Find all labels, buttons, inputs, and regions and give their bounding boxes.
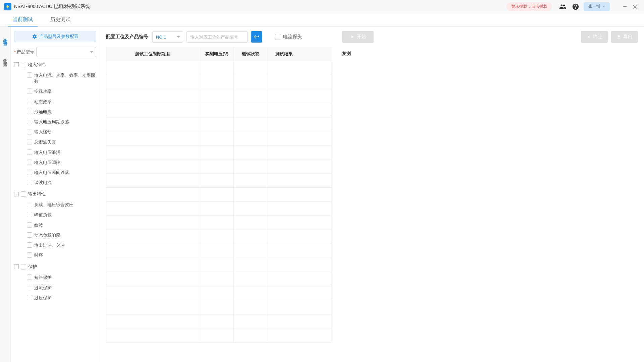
- close-button[interactable]: [630, 0, 640, 13]
- current-probe-checkbox[interactable]: [275, 34, 281, 40]
- station-value: NO.1: [156, 35, 166, 40]
- start-button[interactable]: 开始: [342, 31, 374, 43]
- rail-test-instrument[interactable]: 测试仪器: [2, 52, 8, 64]
- item-label: 负载、电压综合效应: [34, 202, 73, 208]
- minimize-button[interactable]: [620, 0, 630, 13]
- item-checkbox[interactable]: [27, 285, 32, 290]
- tab-history-test[interactable]: 历史测试: [46, 13, 75, 26]
- th-retest: 复测: [331, 47, 362, 60]
- table-row: [106, 145, 331, 159]
- category-label: 保护: [28, 264, 37, 270]
- item-label: 峰值负载: [34, 212, 52, 218]
- table-row: [106, 230, 331, 244]
- th-voltage: 实测电压(V): [200, 47, 234, 61]
- item-checkbox[interactable]: [27, 109, 32, 114]
- download-icon: [616, 35, 621, 39]
- table-row: [106, 216, 331, 230]
- table-row: [106, 173, 331, 187]
- item-label: 短路保护: [34, 275, 52, 281]
- station-select[interactable]: NO.1: [152, 31, 183, 43]
- user-name: 张一博: [588, 4, 600, 9]
- item-checkbox[interactable]: [27, 72, 32, 78]
- item-label: 过压保护: [34, 295, 52, 301]
- tree-collapse-toggle[interactable]: −: [14, 264, 19, 269]
- item-label: 过流保护: [34, 285, 52, 291]
- config-button[interactable]: 产品型号及参数配置: [14, 31, 96, 42]
- tree-collapse-toggle[interactable]: −: [14, 192, 19, 196]
- item-checkbox[interactable]: [27, 88, 32, 94]
- item-label: 动态负载响应: [34, 232, 60, 238]
- item-label: 浪涌电流: [34, 109, 52, 115]
- item-checkbox[interactable]: [27, 202, 32, 207]
- item-checkbox[interactable]: [27, 149, 32, 155]
- th-station-item: 测试工位/测试项目: [106, 47, 200, 61]
- table-row: [106, 300, 331, 314]
- item-label: 空载功率: [34, 88, 52, 95]
- item-checkbox[interactable]: [27, 212, 32, 217]
- table-row: [106, 187, 331, 201]
- product-number-input[interactable]: [186, 31, 248, 43]
- product-model-select[interactable]: [36, 47, 96, 57]
- item-label: 输出过冲、欠冲: [34, 242, 65, 248]
- chevron-down-icon: [602, 6, 605, 7]
- enter-button[interactable]: [251, 31, 262, 43]
- table-row: [106, 328, 331, 342]
- app-title: NSAT-8000 ACDC电源模块测试系统: [14, 4, 506, 10]
- table-row: [106, 159, 331, 173]
- item-checkbox[interactable]: [27, 170, 32, 175]
- rail-test-project[interactable]: 测试项目: [2, 32, 8, 44]
- item-checkbox[interactable]: [27, 139, 32, 144]
- table-row: [106, 61, 331, 75]
- chevron-down-icon: [177, 36, 180, 38]
- th-status: 测试状态: [234, 47, 267, 61]
- item-label: 动态效率: [34, 99, 52, 105]
- item-checkbox[interactable]: [27, 242, 32, 248]
- users-icon[interactable]: [558, 2, 568, 11]
- item-label: 时序: [34, 252, 43, 258]
- table-row: [106, 201, 331, 216]
- close-icon: [586, 35, 591, 39]
- product-model-label: 产品型号: [17, 49, 34, 55]
- category-checkbox[interactable]: [21, 264, 26, 269]
- item-checkbox[interactable]: [27, 129, 32, 134]
- item-label: 输入电压瞬间跌落: [34, 170, 69, 176]
- table-row: [106, 103, 331, 117]
- stop-button[interactable]: 终止: [581, 31, 608, 43]
- results-table: 测试工位/测试项目 实测电压(V) 测试状态 测试结果: [106, 47, 331, 343]
- item-label: 输入电流、功率、效率、功率因数: [34, 72, 96, 84]
- table-row: [106, 89, 331, 103]
- item-checkbox[interactable]: [27, 252, 32, 258]
- table-row: [106, 272, 331, 286]
- item-label: 纹波: [34, 222, 43, 228]
- th-result: 测试结果: [267, 47, 301, 61]
- export-button-label: 导出: [623, 34, 633, 40]
- item-label: 输入电压周期跌落: [34, 119, 69, 125]
- user-menu[interactable]: 张一博: [584, 2, 610, 11]
- item-checkbox[interactable]: [27, 180, 32, 185]
- item-checkbox[interactable]: [27, 295, 32, 300]
- category-label: 输出特性: [28, 191, 46, 197]
- tree-collapse-toggle[interactable]: −: [14, 62, 19, 67]
- item-checkbox[interactable]: [27, 119, 32, 124]
- help-icon[interactable]: [571, 2, 580, 11]
- item-label: 总谐波失真: [34, 139, 56, 145]
- item-checkbox[interactable]: [27, 222, 32, 228]
- item-checkbox[interactable]: [27, 275, 32, 280]
- table-row: [106, 131, 331, 145]
- item-checkbox[interactable]: [27, 99, 32, 104]
- table-row: [106, 75, 331, 89]
- category-label: 输入特性: [28, 62, 46, 68]
- item-checkbox[interactable]: [27, 160, 32, 165]
- item-label: 谐波电流: [34, 180, 52, 186]
- item-label: 输入电压浪涌: [34, 149, 60, 156]
- item-checkbox[interactable]: [27, 232, 32, 238]
- export-button[interactable]: 导出: [611, 31, 638, 43]
- item-label: 输入缓动: [34, 129, 52, 135]
- category-checkbox[interactable]: [21, 191, 26, 197]
- current-probe-label: 电流探头: [283, 34, 302, 40]
- category-checkbox[interactable]: [21, 62, 26, 67]
- table-row: [106, 117, 331, 131]
- station-label: 配置工位及产品编号: [106, 34, 148, 40]
- authorize-pill[interactable]: 暂未授权，点击授权: [506, 2, 552, 11]
- tab-current-test[interactable]: 当前测试: [8, 13, 38, 26]
